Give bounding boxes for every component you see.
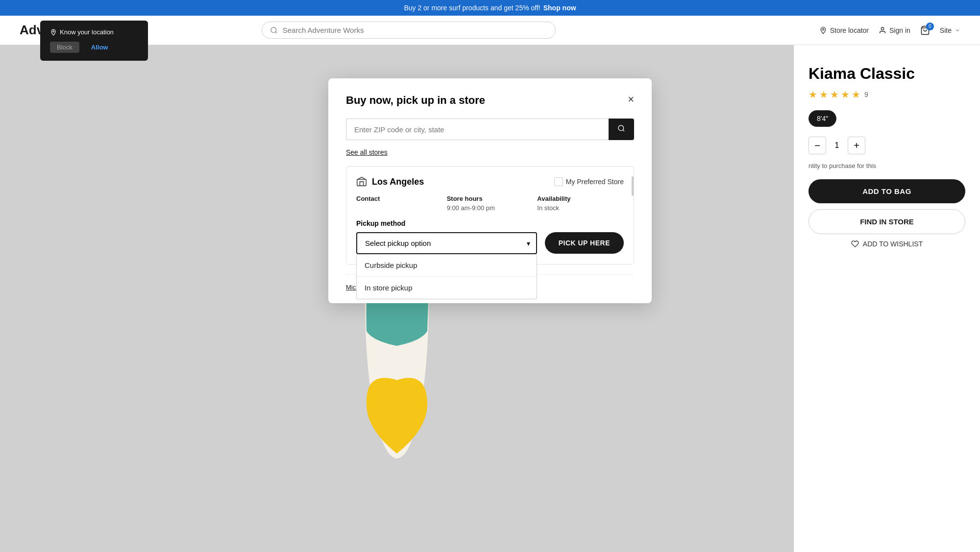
hours-label: Store hours [447, 195, 534, 202]
modal-title: Buy now, pick up in a store [346, 94, 485, 107]
see-all-stores-link[interactable]: See all stores [346, 148, 388, 156]
quantity-note: ntity to purchase for this [808, 162, 965, 169]
preferred-store-label[interactable]: My Preferred Store [554, 177, 624, 186]
scrollbar [632, 176, 634, 196]
location-icon [819, 26, 827, 34]
map-pin-icon [50, 29, 57, 36]
block-location-button[interactable]: Block [50, 42, 79, 53]
curbside-pickup-option[interactable]: Curbside pickup [357, 254, 537, 276]
sign-in[interactable]: Sign in [879, 26, 910, 34]
site-label: Site [940, 26, 952, 34]
pickup-dropdown: Curbside pickup In store pickup [356, 254, 537, 299]
preferred-store-text: My Preferred Store [566, 178, 624, 186]
availability-value: In stock [537, 204, 624, 212]
svg-point-7 [618, 125, 624, 131]
availability-label: Availability [537, 195, 624, 202]
store-building-icon [356, 176, 367, 187]
header-actions: Store locator Sign in 0 Site [819, 25, 960, 35]
cart[interactable]: 0 [920, 25, 930, 35]
zip-search-button[interactable] [609, 119, 634, 140]
chevron-down-icon [955, 27, 960, 33]
sign-in-label: Sign in [889, 26, 910, 34]
modal-close-button[interactable]: × [628, 94, 634, 105]
contact-label: Contact [356, 195, 443, 202]
svg-point-0 [271, 27, 276, 33]
store-info-grid: Contact Store hours 9:00 am-9:00 pm Avai… [356, 195, 624, 212]
svg-point-2 [822, 28, 824, 30]
quantity-value: 1 [832, 141, 842, 150]
availability-column: Availability In stock [537, 195, 624, 212]
location-popup: Know your location Block Allow [40, 21, 148, 61]
quantity-increase-button[interactable]: + [848, 137, 865, 154]
pickup-modal: Buy now, pick up in a store × See all st… [328, 78, 652, 303]
star-4: ★ [841, 89, 850, 100]
product-title: Kiama Classic [808, 65, 965, 83]
quantity-decrease-button[interactable]: − [808, 137, 826, 154]
store-card-header: Los Angeles My Preferred Store [356, 176, 624, 187]
store-name: Los Angeles [372, 177, 424, 187]
star-3: ★ [830, 89, 839, 100]
promo-banner: Buy 2 or more surf products and get 25% … [0, 0, 980, 16]
star-1: ★ [808, 89, 817, 100]
store-locator-label: Store locator [830, 26, 869, 34]
search-bar[interactable] [262, 22, 556, 39]
cart-badge: 0 [926, 23, 934, 30]
search-icon [617, 124, 625, 132]
hours-value: 9:00 am-9:00 pm [447, 204, 534, 212]
banner-text: Buy 2 or more surf products and get 25% … [404, 4, 540, 12]
search-input[interactable] [283, 26, 547, 34]
star-2: ★ [819, 89, 828, 100]
store-name-row: Los Angeles [356, 176, 424, 187]
location-popup-title: Know your location [50, 28, 138, 36]
svg-line-8 [623, 130, 624, 131]
zip-search-row [346, 119, 634, 140]
svg-point-3 [881, 27, 883, 30]
instore-pickup-option[interactable]: In store pickup [357, 276, 537, 299]
user-icon [879, 26, 886, 34]
pick-up-here-button[interactable]: PICK UP HERE [545, 232, 624, 254]
product-panel: Kiama Classic ★ ★ ★ ★ ★ 9 8'4" − 1 + nti… [794, 45, 980, 552]
size-options: 8'4" [808, 110, 965, 127]
quantity-row: − 1 + [808, 137, 965, 154]
zip-input[interactable] [346, 119, 609, 140]
add-to-bag-button[interactable]: ADD TO BAG [808, 179, 965, 203]
location-popup-actions: Block Allow [50, 42, 138, 53]
preferred-store-checkbox[interactable] [554, 177, 563, 186]
store-locator[interactable]: Store locator [819, 26, 869, 34]
pickup-select[interactable]: Select pickup option Curbside pickup In … [356, 232, 537, 254]
pickup-method-label: Pickup method [356, 219, 624, 227]
star-rating: ★ ★ ★ ★ ★ 9 [808, 89, 965, 100]
find-in-store-button[interactable]: FIND IN STORE [808, 209, 965, 234]
banner-link[interactable]: Shop now [543, 4, 576, 12]
review-count: 9 [864, 91, 868, 98]
star-half: ★ [852, 89, 860, 100]
pickup-row: Select pickup option Curbside pickup In … [356, 232, 624, 254]
svg-point-5 [53, 30, 54, 32]
wishlist-label: ADD TO WISHLIST [863, 240, 923, 248]
pickup-method-section: Pickup method Select pickup option Curbs… [356, 219, 624, 254]
svg-line-1 [275, 32, 277, 33]
search-icon [270, 26, 278, 34]
modal-header: Buy now, pick up in a store × [346, 94, 634, 107]
svg-rect-9 [357, 179, 366, 186]
hours-column: Store hours 9:00 am-9:00 pm [447, 195, 534, 212]
allow-location-button[interactable]: Allow [84, 42, 115, 53]
add-to-wishlist-button[interactable]: ADD TO WISHLIST [808, 240, 965, 248]
size-option-selected[interactable]: 8'4" [808, 110, 836, 127]
contact-column: Contact [356, 195, 443, 212]
site-selector[interactable]: Site [940, 26, 960, 34]
store-card: Los Angeles My Preferred Store Contact S… [346, 166, 634, 264]
heart-icon [851, 240, 859, 248]
pickup-select-wrap: Select pickup option Curbside pickup In … [356, 232, 537, 254]
